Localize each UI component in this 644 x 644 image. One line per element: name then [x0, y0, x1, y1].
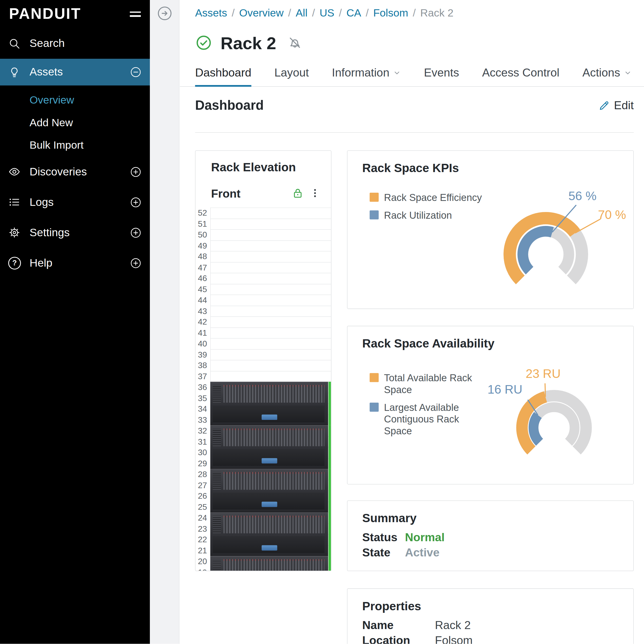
availability-legend: Total Available Rack Space Largest Avail…	[370, 372, 487, 437]
gear-icon	[8, 226, 30, 239]
rack-unit-row: 48	[195, 251, 331, 262]
rack-unit-number: 44	[195, 295, 210, 305]
breadcrumb-link[interactable]: US	[320, 7, 334, 19]
rack-unit-cell[interactable]	[210, 229, 331, 240]
summary-rows: Status Normal State Active	[362, 530, 445, 560]
summary-card: Summary Status Normal State Active	[347, 501, 634, 571]
assets-subnav: Overview Add New Bulk Import	[0, 85, 150, 157]
sidebar-item-overview[interactable]: Overview	[0, 89, 150, 111]
breadcrumb-link[interactable]: CA	[346, 7, 361, 19]
legend-item: Rack Space Efficiency	[370, 192, 482, 204]
panduit-logo: PANDUIT	[9, 5, 81, 23]
kebab-menu-icon[interactable]	[310, 188, 320, 200]
sidebar-item-add-new[interactable]: Add New	[0, 111, 150, 134]
server-image[interactable]	[210, 469, 328, 512]
dashboard-section-header: Dashboard Edit	[195, 98, 634, 113]
main-content: Assets/Overview/All/US/CA/Folsom/Rack 2 …	[180, 0, 644, 644]
sidebar-item-discoveries[interactable]: Discoveries	[0, 157, 150, 187]
avail-gauge	[488, 362, 620, 493]
rack-unit-cell[interactable]	[210, 305, 331, 316]
summary-row: State Active	[362, 545, 445, 560]
breadcrumb-link[interactable]: Assets	[195, 7, 227, 19]
expand-plus-icon[interactable]	[130, 166, 142, 178]
sidebar-item-logs[interactable]: Logs	[0, 187, 150, 217]
server-image[interactable]	[210, 425, 328, 469]
property-row: Name Rack 2	[362, 617, 473, 633]
rack-unit-number: 45	[195, 283, 210, 294]
tab-actions[interactable]: Actions	[582, 66, 632, 86]
rack-unit-cell[interactable]	[210, 207, 331, 218]
server-image[interactable]	[210, 556, 328, 571]
expand-plus-icon[interactable]	[130, 227, 142, 238]
tab-dashboard[interactable]: Dashboard	[195, 66, 251, 86]
tab-events[interactable]: Events	[424, 66, 459, 86]
sidebar-item-settings[interactable]: Settings	[0, 217, 150, 248]
breadcrumb-separator: /	[312, 7, 315, 19]
rack-unit-number: 30	[195, 447, 210, 458]
lightbulb-icon	[8, 66, 30, 78]
tab-layout[interactable]: Layout	[274, 66, 309, 86]
breadcrumb-separator: /	[288, 7, 291, 19]
sidebar-item-assets[interactable]: Assets	[0, 59, 150, 85]
expand-arrow-icon[interactable]	[157, 6, 172, 22]
breadcrumb-current: Rack 2	[420, 7, 453, 19]
edit-button[interactable]: Edit	[598, 99, 634, 112]
rack-unit-cell[interactable]	[210, 240, 331, 251]
notifications-muted-icon[interactable]	[288, 35, 302, 52]
rack-unit-number: 43	[195, 305, 210, 316]
rack-unit-cell[interactable]	[210, 316, 331, 327]
breadcrumb-link[interactable]: Folsom	[373, 7, 408, 19]
rack-unit-number: 21	[195, 545, 210, 556]
server-image[interactable]	[210, 382, 328, 425]
breadcrumb-link[interactable]: Overview	[239, 7, 284, 19]
rack-space-kpis-card: Rack Space KPIs Rack Space Efficiency Ra…	[347, 150, 634, 309]
state-value: Active	[405, 546, 440, 559]
rack-unit-number: 28	[195, 469, 210, 480]
rack-unit-cell[interactable]	[210, 218, 331, 229]
rack-unit-row: 39	[195, 349, 331, 360]
sidebar-item-search[interactable]: Search	[0, 28, 150, 59]
rack-unit-number: 32	[195, 425, 210, 436]
property-value: Rack 2	[435, 619, 471, 632]
rack-unit-cell[interactable]	[210, 273, 331, 283]
rack-unit-cell[interactable]	[210, 251, 331, 262]
tab-access-control[interactable]: Access Control	[482, 66, 559, 86]
hamburger-menu-icon[interactable]	[130, 9, 141, 19]
rack-unit-cell[interactable]	[210, 349, 331, 360]
rack-unit-row: 46	[195, 273, 331, 283]
legend-swatch	[370, 210, 379, 219]
rack-unit-cell[interactable]	[210, 338, 331, 349]
rack-unit-cell[interactable]	[210, 360, 331, 371]
expand-plus-icon[interactable]	[130, 196, 142, 208]
rack-unit-number: 23	[195, 523, 210, 534]
rack-unit-number: 26	[195, 491, 210, 501]
rack-unit-number: 47	[195, 262, 210, 273]
sidebar-item-label: Logs	[30, 196, 54, 208]
lock-icon[interactable]	[291, 187, 304, 201]
breadcrumb-link[interactable]: All	[296, 7, 307, 19]
rack-unit-number: 19	[195, 567, 210, 571]
sidebar-item-help[interactable]: ? Help	[0, 248, 150, 278]
rack-unit-row: 47	[195, 262, 331, 273]
rack-unit-cell[interactable]	[210, 262, 331, 273]
rack-unit-cell[interactable]	[210, 327, 331, 338]
tab-information[interactable]: Information	[332, 66, 401, 86]
collapse-minus-icon[interactable]	[130, 66, 142, 78]
sidebar-item-bulk-import[interactable]: Bulk Import	[0, 134, 150, 157]
rack-unit-number: 39	[195, 349, 210, 360]
expand-plus-icon[interactable]	[130, 257, 142, 269]
legend-item: Largest Available Contiguous Rack Space	[370, 402, 487, 437]
server-image[interactable]	[210, 512, 328, 556]
rack-unit-cell[interactable]	[210, 295, 331, 305]
rack-unit-row: 45	[195, 283, 331, 294]
card-title: Properties	[362, 599, 421, 613]
rack-unit-number: 48	[195, 251, 210, 262]
rack-view-label: Front	[211, 187, 241, 200]
sidebar-item-label: Help	[30, 256, 53, 269]
rack-unit-cell[interactable]	[210, 283, 331, 294]
page-title-row: Rack 2	[195, 34, 303, 54]
list-icon	[8, 196, 30, 208]
rack-unit-cell[interactable]	[210, 371, 331, 382]
rack-unit-row: 42	[195, 316, 331, 327]
eye-icon	[8, 166, 30, 178]
